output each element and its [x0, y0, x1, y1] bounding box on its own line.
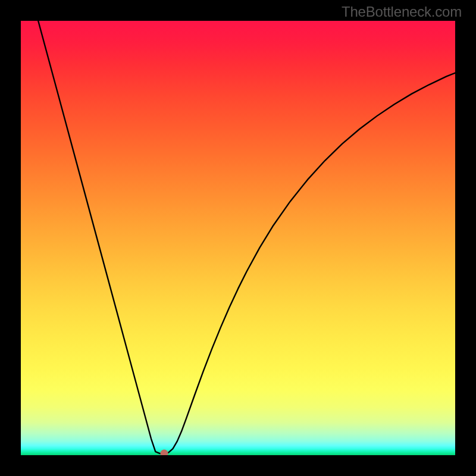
bottleneck-curve [38, 21, 455, 453]
chart-curve-svg [21, 21, 455, 455]
chart-plot-area [21, 21, 455, 455]
watermark-text: TheBottleneck.com [342, 4, 462, 20]
optimal-point-marker [160, 450, 168, 455]
